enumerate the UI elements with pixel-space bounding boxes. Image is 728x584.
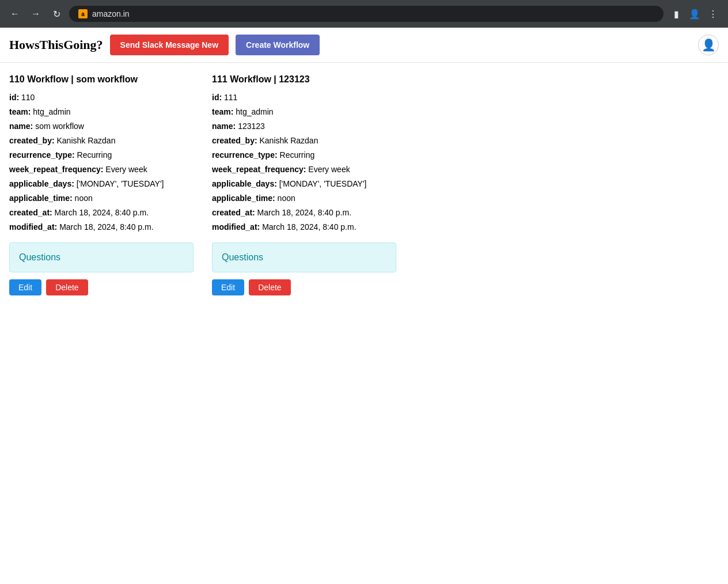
workflow-2-name-value: 123123 <box>238 122 265 131</box>
workflow-1-id-value: 110 <box>21 93 35 102</box>
workflow-2-edit-button[interactable]: Edit <box>212 279 244 295</box>
workflow-1-applicable-time-value: noon <box>75 194 93 203</box>
applicable-days-label: applicable_days: <box>9 179 74 188</box>
workflow-1-created-at-field: created_at: March 18, 2024, 8:40 p.m. <box>9 207 194 219</box>
workflow-2-created-at-value: March 18, 2024, 8:40 p.m. <box>257 208 351 217</box>
user-avatar[interactable]: 👤 <box>698 35 719 55</box>
workflow-2-applicable-days-value: ['MONDAY', 'TUESDAY'] <box>279 179 367 188</box>
workflow-1-created-at-value: March 18, 2024, 8:40 p.m. <box>55 208 149 217</box>
workflow-2-team-value: htg_admin <box>236 107 273 116</box>
workflow-2-week-freq-value: Every week <box>308 165 350 174</box>
workflow-1-name-field: name: som workflow <box>9 120 194 132</box>
id-label-2: id: <box>212 93 222 102</box>
workflow-1-team-field: team: htg_admin <box>9 106 194 118</box>
workflow-2-week-freq-field: week_repeat_frequency: Every week <box>212 164 396 176</box>
workflow-2-title: 111 Workflow | 123123 <box>212 74 396 85</box>
app-header: HowsThisGoing? Send Slack Message New Cr… <box>0 28 728 63</box>
workflow-2-delete-button[interactable]: Delete <box>249 279 290 295</box>
app-logo: HowsThisGoing? <box>9 37 103 52</box>
created-by-label-2: created_by: <box>212 136 257 145</box>
workflow-1-actions: Edit Delete <box>9 279 194 295</box>
workflow-2-id-field: id: 111 <box>212 92 396 104</box>
workflow-card-1: 110 Workflow | som workflow id: 110 team… <box>9 74 194 295</box>
sidebar-toggle-button[interactable]: ▮ <box>668 6 684 22</box>
workflow-2-questions-label: Questions <box>222 252 263 262</box>
created-by-label: created_by: <box>9 136 55 145</box>
recurrence-label-2: recurrence_type: <box>212 150 278 160</box>
workflow-1-recurrence-value: Recurring <box>77 150 112 160</box>
workflow-1-created-by-value: Kanishk Razdan <box>56 136 115 145</box>
workflow-card-2: 111 Workflow | 123123 id: 111 team: htg_… <box>212 74 396 295</box>
reload-button[interactable]: ↻ <box>48 6 65 22</box>
workflow-1-applicable-days-field: applicable_days: ['MONDAY', 'TUESDAY'] <box>9 178 194 190</box>
workflow-1-questions-box[interactable]: Questions <box>9 242 194 272</box>
applicable-time-label: applicable_time: <box>9 194 73 203</box>
team-label-2: team: <box>212 107 233 116</box>
workflow-2-created-at-field: created_at: March 18, 2024, 8:40 p.m. <box>212 207 396 219</box>
id-label: id: <box>9 93 19 102</box>
workflow-1-questions-label: Questions <box>19 252 60 262</box>
workflow-1-name-value: som workflow <box>35 122 84 131</box>
workflow-2-modified-at-value: March 18, 2024, 8:40 p.m. <box>262 222 356 232</box>
workflow-2-applicable-time-field: applicable_time: noon <box>212 192 396 204</box>
created-at-label-2: created_at: <box>212 208 255 217</box>
workflow-2-id-value: 111 <box>224 93 237 102</box>
workflow-2-applicable-days-field: applicable_days: ['MONDAY', 'TUESDAY'] <box>212 178 396 190</box>
workflow-1-team-value: htg_admin <box>33 107 70 116</box>
recurrence-label: recurrence_type: <box>9 150 75 160</box>
workflow-1-title: 110 Workflow | som workflow <box>9 74 194 85</box>
name-label-2: name: <box>212 122 236 131</box>
created-at-label: created_at: <box>9 208 52 217</box>
name-label: name: <box>9 122 33 131</box>
workflow-1-modified-at-field: modified_at: March 18, 2024, 8:40 p.m. <box>9 221 194 233</box>
applicable-days-label-2: applicable_days: <box>212 179 277 188</box>
workflow-1-created-by-field: created_by: Kanishk Razdan <box>9 135 194 147</box>
url-text: amazon.in <box>92 9 130 18</box>
workflow-1-modified-at-value: March 18, 2024, 8:40 p.m. <box>59 222 153 232</box>
workflow-2-created-by-value: Kanishk Razdan <box>259 136 318 145</box>
forward-button[interactable]: → <box>28 6 44 22</box>
workflow-2-questions-box[interactable]: Questions <box>212 242 396 272</box>
workflow-1-id-field: id: 110 <box>9 92 194 104</box>
workflow-2-modified-at-field: modified_at: March 18, 2024, 8:40 p.m. <box>212 221 396 233</box>
workflow-1-applicable-time-field: applicable_time: noon <box>9 192 194 204</box>
workflow-1-week-freq-field: week_repeat_frequency: Every week <box>9 164 194 176</box>
workflow-2-actions: Edit Delete <box>212 279 396 295</box>
week-freq-label-2: week_repeat_frequency: <box>212 165 306 174</box>
modified-at-label-2: modified_at: <box>212 222 260 232</box>
team-label: team: <box>9 107 31 116</box>
workflow-2-name-field: name: 123123 <box>212 120 396 132</box>
workflow-2-created-by-field: created_by: Kanishk Razdan <box>212 135 396 147</box>
workflow-1-delete-button[interactable]: Delete <box>46 279 88 295</box>
browser-chrome: ← → ↻ a amazon.in ▮ 👤 ⋮ <box>0 0 728 28</box>
browser-right-icons: ▮ 👤 ⋮ <box>668 6 721 22</box>
main-content: 110 Workflow | som workflow id: 110 team… <box>0 63 728 307</box>
workflow-2-team-field: team: htg_admin <box>212 106 396 118</box>
week-freq-label: week_repeat_frequency: <box>9 165 103 174</box>
modified-at-label: modified_at: <box>9 222 57 232</box>
workflow-2-recurrence-field: recurrence_type: Recurring <box>212 149 396 161</box>
workflow-2-applicable-time-value: noon <box>278 194 295 203</box>
profile-button[interactable]: 👤 <box>687 6 703 22</box>
workflow-1-applicable-days-value: ['MONDAY', 'TUESDAY'] <box>77 179 164 188</box>
workflow-2-recurrence-value: Recurring <box>280 150 315 160</box>
favicon: a <box>78 9 88 18</box>
address-bar[interactable]: a amazon.in <box>69 6 663 22</box>
workflow-1-week-freq-value: Every week <box>105 165 147 174</box>
menu-button[interactable]: ⋮ <box>705 6 721 22</box>
create-workflow-button[interactable]: Create Workflow <box>236 35 320 55</box>
workflow-1-recurrence-field: recurrence_type: Recurring <box>9 149 194 161</box>
workflow-1-edit-button[interactable]: Edit <box>9 279 41 295</box>
send-slack-button[interactable]: Send Slack Message New <box>110 35 229 55</box>
applicable-time-label-2: applicable_time: <box>212 194 275 203</box>
back-button[interactable]: ← <box>7 6 23 22</box>
